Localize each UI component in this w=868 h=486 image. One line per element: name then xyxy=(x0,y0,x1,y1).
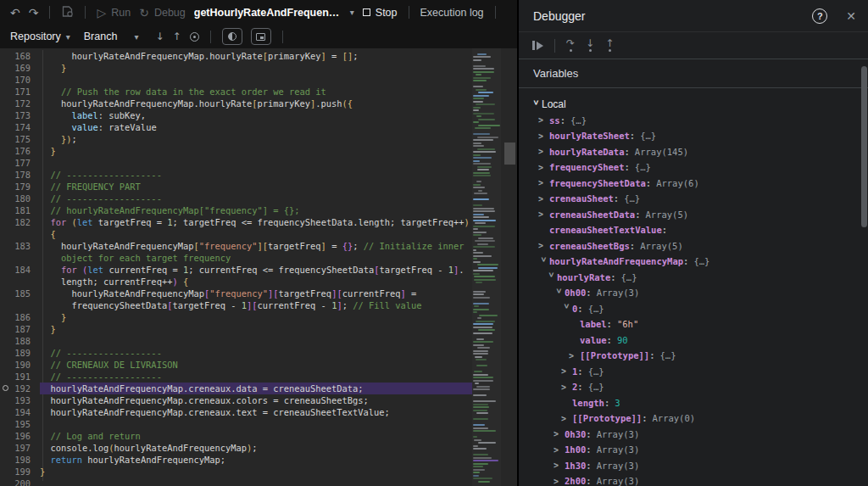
line-number[interactable]: 194 xyxy=(0,406,31,418)
code-line[interactable]: 199} xyxy=(0,466,472,478)
code-editor[interactable]: 168 hourlyRateAndFrequencyMap.hourlyRate… xyxy=(0,48,517,486)
expand-chevron-icon[interactable]: > xyxy=(531,100,541,111)
repository-dropdown[interactable]: Repository ▾ xyxy=(10,31,70,42)
expand-chevron-icon[interactable]: > xyxy=(554,288,564,299)
code-line[interactable]: 191 // ------------------ xyxy=(0,371,472,383)
theme-toggle-button[interactable] xyxy=(222,28,242,45)
redo-icon[interactable]: ↷ xyxy=(29,7,39,19)
expand-chevron-icon[interactable]: > xyxy=(554,461,565,470)
line-number[interactable]: 189 xyxy=(0,347,31,359)
variable-row[interactable]: >creneauSheet:{…} xyxy=(519,191,868,207)
code-line[interactable]: length; currentFreq++) { xyxy=(0,276,472,288)
code-line[interactable]: 194 hourlyRateAndFrequencyMap.creneaux.t… xyxy=(0,406,472,418)
line-number[interactable]: 175 xyxy=(0,133,31,145)
variable-row[interactable]: >1h00:Array(3) xyxy=(519,442,868,458)
sync-settings-icon[interactable] xyxy=(190,32,199,42)
line-number[interactable]: 181 xyxy=(0,204,31,216)
expand-chevron-icon[interactable]: > xyxy=(554,477,565,486)
code-line[interactable]: 193 hourlyRateAndFrequencyMap.creneaux.c… xyxy=(0,394,472,406)
expand-chevron-icon[interactable]: > xyxy=(569,351,580,360)
line-number[interactable]: 195 xyxy=(0,418,31,430)
code-line[interactable]: 180 // ------------------ xyxy=(0,193,472,204)
line-number[interactable]: 172 xyxy=(0,98,31,109)
code-line[interactable]: object for each target frequency xyxy=(0,252,472,264)
line-number[interactable]: 169 xyxy=(0,62,31,74)
editor-scrollbar[interactable] xyxy=(504,48,517,486)
line-number[interactable]: 184 xyxy=(0,264,31,276)
line-number[interactable]: 168 xyxy=(0,50,31,62)
code-line[interactable]: 196 // Log and return xyxy=(0,430,472,442)
code-line[interactable]: 185 hourlyRateAndFrequencyMap["frequency… xyxy=(0,288,472,299)
step-into-button[interactable]: ↓ xyxy=(586,39,594,52)
line-number[interactable]: 196 xyxy=(0,430,31,442)
variable-row[interactable]: >1h30:Array(3) xyxy=(519,458,868,474)
variable-row[interactable]: >2h00:Array(3) xyxy=(519,473,868,486)
variable-row[interactable]: >0h30:Array(3) xyxy=(519,427,868,443)
expand-chevron-icon[interactable]: > xyxy=(561,383,572,392)
code-line[interactable]: 184 for (let currentFreq = 1; currentFre… xyxy=(0,264,472,276)
scrollbar-thumb[interactable] xyxy=(504,142,515,165)
code-line[interactable]: 175 }); xyxy=(0,133,472,145)
code-line[interactable]: 168 hourlyRateAndFrequencyMap.hourlyRate… xyxy=(0,50,472,62)
line-number[interactable]: 180 xyxy=(0,193,31,204)
line-number[interactable]: 183 xyxy=(0,240,31,252)
run-button[interactable]: ▷ Run xyxy=(97,7,131,19)
expand-chevron-icon[interactable]: > xyxy=(554,429,565,439)
variable-row[interactable]: >creneauSheetData:Array(5) xyxy=(519,207,868,223)
code-line[interactable]: 198 return hourlyRateAndFrequencyMap; xyxy=(0,454,472,466)
line-number[interactable]: 190 xyxy=(0,359,31,371)
paused-position-icon[interactable] xyxy=(3,385,8,391)
line-number[interactable]: 187 xyxy=(0,323,31,335)
code-line[interactable]: 178 // ------------------ xyxy=(0,169,472,181)
variable-row[interactable]: >frequencySheet:{…} xyxy=(519,159,868,176)
code-line[interactable]: 189 // ------------------ xyxy=(0,347,472,359)
code-line[interactable]: 187 } xyxy=(0,323,472,335)
expand-chevron-icon[interactable]: > xyxy=(538,115,549,125)
expand-chevron-icon[interactable]: > xyxy=(562,304,571,315)
code-line[interactable]: 183 hourlyRateAndFrequencyMap["frequency… xyxy=(0,240,472,252)
line-number[interactable]: 199 xyxy=(0,466,31,478)
code-line[interactable]: 190 // CRENEAUX DE LIVRAISON xyxy=(0,359,472,371)
line-number[interactable]: 176 xyxy=(0,145,31,157)
debug-button[interactable]: ↻ Debug xyxy=(139,7,186,19)
variable-row[interactable]: >hourlyRateAndFrequencyMap:{…} xyxy=(519,254,868,270)
expand-chevron-icon[interactable]: > xyxy=(539,257,548,268)
expand-chevron-icon[interactable]: > xyxy=(538,178,549,187)
expand-chevron-icon[interactable]: > xyxy=(538,163,549,172)
expand-view-button[interactable] xyxy=(251,28,271,45)
expand-chevron-icon[interactable]: > xyxy=(538,209,549,219)
code-line[interactable]: 172 hourlyRateAndFrequencyMap.hourlyRate… xyxy=(0,98,472,109)
code-line[interactable]: 200 xyxy=(0,478,472,486)
line-number[interactable] xyxy=(0,252,31,264)
line-number[interactable]: 174 xyxy=(0,121,31,133)
variable-row[interactable]: >hourlyRateData:Array(145) xyxy=(519,144,868,160)
code-line[interactable]: 182 for (let targetFreq = 1; targetFreq … xyxy=(0,216,472,228)
push-up-icon[interactable]: ↑ xyxy=(172,31,181,42)
code-line[interactable]: 186 } xyxy=(0,311,472,323)
line-number[interactable]: 173 xyxy=(0,109,31,121)
minimap[interactable] xyxy=(472,48,501,486)
code-line[interactable]: 179 // FREQUENCY PART xyxy=(0,181,472,193)
variable-row[interactable]: >1:{…} xyxy=(519,364,868,380)
step-out-button[interactable]: ↑ xyxy=(605,39,614,52)
save-project-icon[interactable] xyxy=(61,5,74,20)
line-number[interactable] xyxy=(0,299,31,311)
line-number[interactable] xyxy=(0,276,31,288)
scrollbar-thumb[interactable] xyxy=(861,66,867,227)
line-number[interactable]: 198 xyxy=(0,454,31,466)
variable-row[interactable]: >ss:{…} xyxy=(519,113,868,129)
code-line[interactable]: 170 xyxy=(0,74,472,86)
code-line[interactable]: { xyxy=(0,228,472,240)
variable-row[interactable]: >creneauSheetBgs:Array(5) xyxy=(519,238,868,254)
code-line[interactable]: 171 // Push the row data in the exact or… xyxy=(0,86,472,98)
variable-row[interactable]: >frequencySheetData:Array(6) xyxy=(519,176,868,192)
variable-row[interactable]: >2:{…} xyxy=(519,379,868,395)
line-number[interactable]: 182 xyxy=(0,216,31,228)
line-number[interactable]: 186 xyxy=(0,311,31,323)
expand-chevron-icon[interactable]: > xyxy=(547,272,556,283)
line-number[interactable]: 200 xyxy=(0,478,31,486)
close-icon[interactable]: ✕ xyxy=(846,9,856,23)
variable-row[interactable]: >hourlyRateSheet:{…} xyxy=(519,128,868,144)
line-number[interactable]: 177 xyxy=(0,157,31,169)
code-line[interactable]: 181 // hourlyRateAndFrequencyMap["freque… xyxy=(0,204,472,216)
